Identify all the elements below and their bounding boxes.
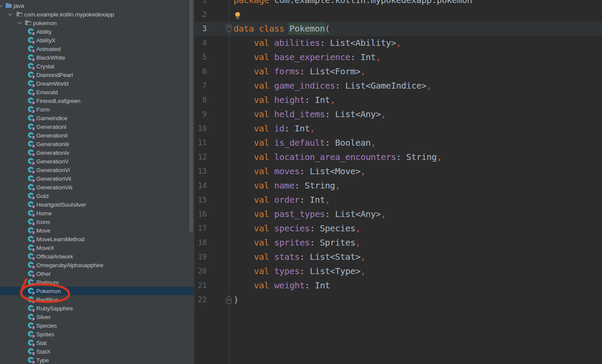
tree-item-movex[interactable]: MoveX bbox=[0, 243, 195, 252]
tree-item-officialartwork[interactable]: OfficialArtwork bbox=[0, 252, 195, 261]
line-number[interactable]: 11 bbox=[195, 136, 207, 150]
code-token: order bbox=[274, 195, 300, 205]
tree-item-movelearnmethod[interactable]: MoveLearnMethod bbox=[0, 235, 195, 243]
tree-item-omegarubyalphasapphire[interactable]: OmegarubyAlphasapphire bbox=[0, 261, 195, 269]
kotlin-class-icon bbox=[28, 80, 35, 87]
fold-collapse-icon[interactable] bbox=[226, 295, 232, 304]
code-token: val bbox=[254, 180, 269, 191]
code-text: val name: String, bbox=[234, 179, 340, 193]
tree-item-animated[interactable]: Animated bbox=[0, 45, 195, 53]
tree-item-fireredleafgreen[interactable]: FireredLeafgreen bbox=[0, 96, 195, 105]
code-text: val past_types: List<Any>, bbox=[234, 207, 386, 221]
line-number[interactable]: 22 bbox=[195, 293, 207, 307]
code-text: package com.example.kotlin.mypokedexapp.… bbox=[234, 0, 472, 7]
kotlin-class-icon bbox=[28, 339, 35, 346]
line-number[interactable]: 4 bbox=[195, 36, 207, 50]
tree-item-generationiii[interactable]: GenerationIii bbox=[0, 140, 195, 148]
kotlin-class-icon bbox=[28, 158, 35, 165]
line-number[interactable]: 15 bbox=[195, 193, 207, 207]
code-line: 7 val game_indices: List<GameIndice>, bbox=[195, 79, 602, 93]
code-token: val bbox=[254, 195, 269, 205]
tree-item-label: Move bbox=[36, 227, 51, 234]
tree-item-java[interactable]: java bbox=[0, 1, 195, 10]
line-number[interactable]: 16 bbox=[195, 207, 207, 221]
line-number[interactable]: 13 bbox=[195, 164, 207, 179]
intention-bulb-icon[interactable] bbox=[235, 12, 240, 20]
code-token: ( bbox=[325, 23, 330, 34]
line-number[interactable]: 9 bbox=[195, 107, 207, 121]
tree-item-com.example.kotlin.mypokedexapp[interactable]: com.example.kotlin.mypokedexapp bbox=[0, 10, 195, 19]
line-number[interactable]: 10 bbox=[195, 121, 207, 136]
fold-marker-icon[interactable] bbox=[226, 295, 232, 304]
tree-item-diamondpearl[interactable]: DiamondPearl bbox=[0, 70, 195, 79]
code-token: base_experience bbox=[274, 52, 350, 62]
tree-item-redblue[interactable]: RedBlue bbox=[0, 295, 195, 304]
tree-item-generationii[interactable]: GenerationIi bbox=[0, 131, 195, 140]
line-number[interactable]: 19 bbox=[195, 250, 207, 264]
code-text: val weight: Int bbox=[234, 278, 330, 293]
tree-item-sprites[interactable]: Sprites bbox=[0, 330, 195, 338]
tree-item-gold[interactable]: Gold bbox=[0, 192, 195, 200]
tree-item-generationi[interactable]: GenerationI bbox=[0, 122, 195, 131]
line-number[interactable]: 14 bbox=[195, 179, 207, 193]
code-token: location_area_encounters bbox=[274, 152, 396, 162]
tree-item-pokemon[interactable]: pokemon bbox=[0, 19, 195, 27]
tree-item-abilityx[interactable]: AbilityX bbox=[0, 36, 195, 45]
tree-item-generationvii[interactable]: GenerationVii bbox=[0, 174, 195, 183]
line-number[interactable]: 8 bbox=[195, 93, 207, 107]
line-number[interactable]: 2 bbox=[195, 7, 207, 22]
tree-item-generationv[interactable]: GenerationV bbox=[0, 157, 195, 166]
line-number[interactable]: 5 bbox=[195, 50, 207, 64]
line-number[interactable]: 1 bbox=[195, 0, 207, 7]
tree-item-generationviii[interactable]: GenerationViii bbox=[0, 183, 195, 192]
code-line: 10 val id: Int, bbox=[195, 121, 602, 136]
tree-item-crystal[interactable]: Crystal bbox=[0, 62, 195, 70]
tree-item-gameindice[interactable]: GameIndice bbox=[0, 114, 195, 122]
tree-item-generationvi[interactable]: GenerationVi bbox=[0, 166, 195, 174]
tree-item-statx[interactable]: StatX bbox=[0, 347, 195, 356]
line-number[interactable]: 6 bbox=[195, 64, 207, 79]
tree-item-form[interactable]: Form bbox=[0, 105, 195, 114]
code-token bbox=[269, 237, 274, 248]
code-line: 16 val past_types: List<Any>, bbox=[195, 207, 602, 221]
tree-item-generationiv[interactable]: GenerationIv bbox=[0, 148, 195, 157]
tree-item-platinum[interactable]: Platinum bbox=[0, 278, 195, 287]
tree-item-blackwhite[interactable]: BlackWhite bbox=[0, 53, 195, 62]
line-number[interactable]: 3 bbox=[195, 22, 207, 36]
tree-item-type[interactable]: Type bbox=[0, 356, 195, 364]
tree-item-icons[interactable]: Icons bbox=[0, 217, 195, 226]
line-number[interactable]: 12 bbox=[195, 150, 207, 164]
kotlin-class-icon bbox=[28, 253, 35, 260]
code-token: height bbox=[274, 95, 304, 105]
kotlin-class-icon bbox=[28, 37, 35, 44]
tree-item-move[interactable]: Move bbox=[0, 226, 195, 235]
code-token: : Int bbox=[304, 95, 330, 105]
chevron-down-icon[interactable] bbox=[17, 20, 22, 26]
tree-item-species[interactable]: Species bbox=[0, 321, 195, 330]
tree-item-label: com.example.kotlin.mypokedexapp bbox=[24, 11, 114, 18]
line-number[interactable]: 17 bbox=[195, 221, 207, 236]
line-number[interactable]: 7 bbox=[195, 79, 207, 93]
tree-item-home[interactable]: Home bbox=[0, 209, 195, 217]
tree-item-stat[interactable]: Stat bbox=[0, 338, 195, 347]
tree-item-heartgoldsoulsilver[interactable]: HeartgoldSoulsilver bbox=[0, 200, 195, 209]
kotlin-class-icon bbox=[28, 322, 35, 329]
chevron-down-icon[interactable] bbox=[8, 12, 13, 17]
tree-item-pokemon[interactable]: Pokemon bbox=[0, 287, 195, 295]
tree-item-label: GenerationVi bbox=[36, 167, 70, 173]
chevron-down-icon[interactable] bbox=[0, 3, 3, 8]
fold-collapse-icon[interactable] bbox=[226, 24, 232, 33]
kotlin-class-icon bbox=[28, 305, 35, 312]
fold-marker-icon[interactable] bbox=[226, 24, 232, 33]
tree-scrollbar-thumb[interactable] bbox=[189, 0, 193, 232]
tree-item-rubysapphire[interactable]: RubySapphire bbox=[0, 304, 195, 313]
tree-item-silver[interactable]: Silver bbox=[0, 313, 195, 321]
code-editor[interactable]: 1 package com.example.kotlin.mypokedexap… bbox=[195, 0, 602, 364]
line-number[interactable]: 20 bbox=[195, 264, 207, 278]
tree-item-other[interactable]: Other bbox=[0, 269, 195, 278]
tree-item-dreamworld[interactable]: DreamWorld bbox=[0, 79, 195, 88]
line-number[interactable]: 21 bbox=[195, 278, 207, 293]
tree-item-ability[interactable]: Ability bbox=[0, 27, 195, 36]
tree-item-emerald[interactable]: Emerald bbox=[0, 88, 195, 96]
line-number[interactable]: 18 bbox=[195, 236, 207, 250]
